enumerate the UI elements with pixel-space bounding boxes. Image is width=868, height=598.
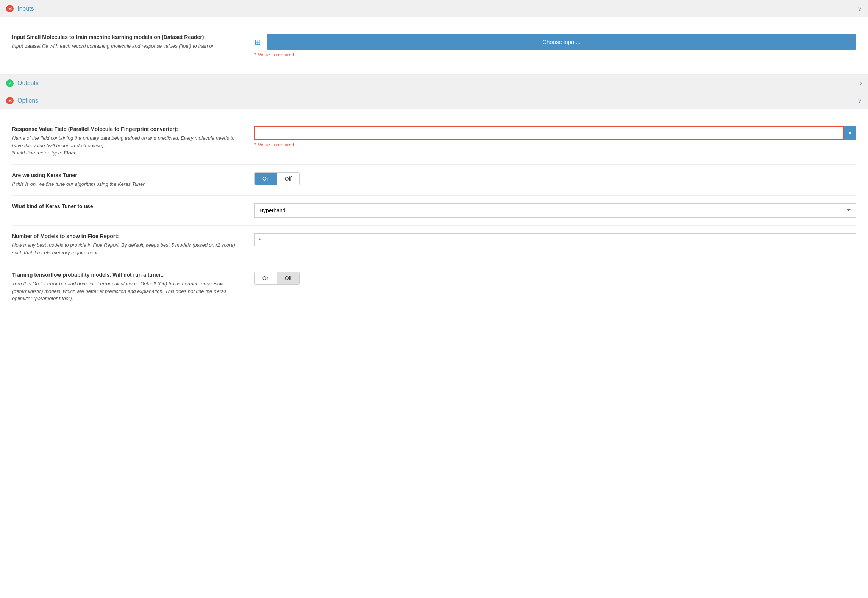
outputs-status-icon: ✓	[6, 79, 14, 87]
probability-models-control: On Off	[254, 272, 856, 285]
input-dataset-control: ⊞ Choose input... * Value is required	[254, 34, 856, 58]
options-section: ✕ Options ∨ Response Value Field (Parall…	[0, 92, 868, 319]
keras-tuner-control: On Off	[254, 172, 856, 185]
response-desc-type-value: Float	[64, 150, 75, 156]
probability-models-label-area: Training tensorflow probability models. …	[12, 272, 239, 302]
keras-tuner-type-control: Hyperband RandomSearch BayesianOptimizat…	[254, 203, 856, 218]
input-dataset-label-area: Input Small Molecules to train machine l…	[12, 34, 239, 50]
inputs-section: ✕ Inputs ∨ Input Small Molecules to trai…	[0, 0, 868, 75]
dataset-icon: ⊞	[254, 37, 261, 47]
models-floe-label: Number of Models to show in Floe Report:	[12, 233, 239, 239]
keras-tuner-label: Are we using Keras Tuner:	[12, 172, 239, 178]
models-floe-label-area: Number of Models to show in Floe Report:…	[12, 233, 239, 256]
probability-models-on-button[interactable]: On	[255, 272, 277, 284]
probability-models-toggle: On Off	[254, 272, 300, 285]
models-floe-desc: How many best models to provide in Floe …	[12, 241, 239, 256]
input-dataset-required: * Value is required	[254, 52, 856, 58]
response-value-required: * Value is required	[254, 142, 856, 148]
response-value-dropdown-button[interactable]: ▾	[844, 126, 856, 140]
outputs-chevron: ›	[860, 80, 862, 87]
keras-tuner-off-button[interactable]: Off	[277, 173, 299, 185]
options-header[interactable]: ✕ Options ∨	[0, 92, 868, 109]
keras-tuner-type-select[interactable]: Hyperband RandomSearch BayesianOptimizat…	[254, 203, 856, 218]
choose-input-row: ⊞ Choose input...	[254, 34, 856, 50]
inputs-status-icon: ✕	[6, 5, 14, 12]
keras-tuner-label-area: Are we using Keras Tuner: If this is on,…	[12, 172, 239, 188]
keras-tuner-type-label: What kind of Keras Tuner to use:	[12, 203, 239, 209]
response-value-input[interactable]	[254, 126, 844, 140]
choose-input-button[interactable]: Choose input...	[267, 34, 856, 50]
outputs-section: ✓ Outputs ›	[0, 75, 868, 92]
response-desc-type-label: *Field Parameter Type:	[12, 150, 64, 156]
models-floe-input[interactable]	[254, 233, 856, 246]
probability-models-label: Training tensorflow probability models. …	[12, 272, 239, 278]
inputs-title: Inputs	[17, 5, 34, 12]
inputs-chevron: ∨	[857, 5, 862, 12]
input-dataset-row: Input Small Molecules to train machine l…	[12, 26, 856, 65]
options-body: Response Value Field (Parallel Molecule …	[0, 109, 868, 319]
inputs-header[interactable]: ✕ Inputs ∨	[0, 0, 868, 17]
options-chevron: ∨	[857, 97, 862, 104]
response-value-label: Response Value Field (Parallel Molecule …	[12, 126, 239, 132]
response-value-input-group: ▾	[254, 126, 856, 140]
response-value-control: ▾ * Value is required	[254, 126, 856, 148]
input-dataset-desc: Input dataset file with each record cont…	[12, 42, 239, 50]
response-desc-text1: Name of the field containing the primary…	[12, 135, 235, 148]
probability-models-desc: Turn this On for error bar and domain of…	[12, 280, 239, 302]
keras-tuner-toggle-row: Are we using Keras Tuner: If this is on,…	[12, 165, 856, 196]
models-floe-row: Number of Models to show in Floe Report:…	[12, 226, 856, 264]
keras-tuner-desc: If this is on, we fine tune our algorith…	[12, 181, 239, 188]
options-title: Options	[17, 97, 38, 104]
keras-tuner-toggle: On Off	[254, 172, 300, 185]
outputs-title: Outputs	[17, 80, 39, 87]
keras-tuner-type-row: What kind of Keras Tuner to use: Hyperba…	[12, 196, 856, 226]
models-floe-control	[254, 233, 856, 246]
options-status-icon: ✕	[6, 97, 14, 104]
response-value-row: Response Value Field (Parallel Molecule …	[12, 118, 856, 165]
keras-tuner-type-label-area: What kind of Keras Tuner to use:	[12, 203, 239, 212]
input-dataset-label: Input Small Molecules to train machine l…	[12, 34, 239, 40]
outputs-header[interactable]: ✓ Outputs ›	[0, 75, 868, 92]
inputs-body: Input Small Molecules to train machine l…	[0, 17, 868, 75]
probability-models-off-button[interactable]: Off	[277, 272, 299, 284]
keras-tuner-on-button[interactable]: On	[255, 173, 277, 185]
probability-models-row: Training tensorflow probability models. …	[12, 264, 856, 310]
response-value-desc: Name of the field containing the primary…	[12, 134, 239, 157]
response-value-label-area: Response Value Field (Parallel Molecule …	[12, 126, 239, 157]
